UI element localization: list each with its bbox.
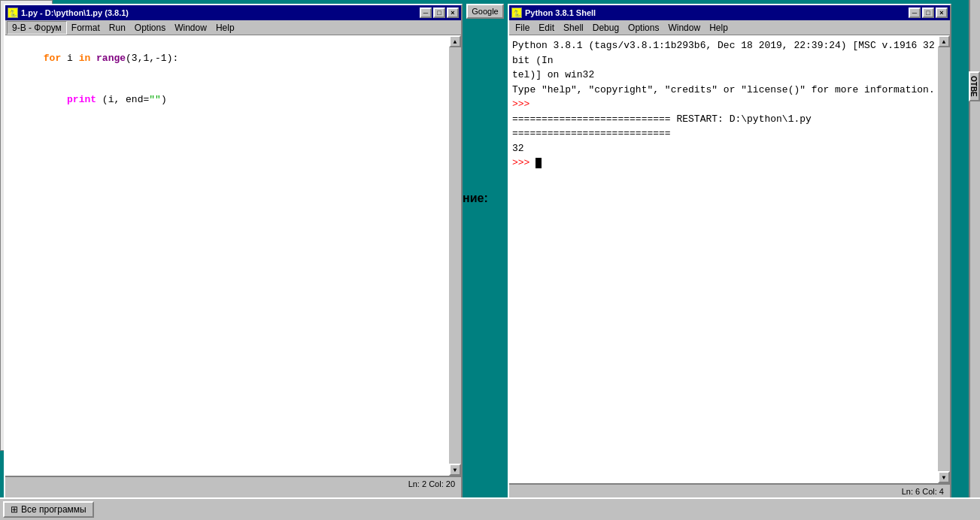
shell-menu-help[interactable]: Help bbox=[705, 21, 733, 35]
editor-statusbar: Ln: 2 Col: 20 bbox=[5, 476, 461, 491]
shell-content-area[interactable]: Python 3.8.1 (tags/v3.8.1:1b293b6, Dec 1… bbox=[509, 35, 950, 483]
shell-line-3: Type "help", "copyright", "credits" or "… bbox=[512, 83, 947, 98]
shell-title-text: 🐍 Python 3.8.1 Shell bbox=[511, 8, 596, 18]
range-args: (3,1,-1): bbox=[126, 53, 178, 64]
close-paren: ) bbox=[161, 94, 167, 105]
code-line-1: for i in range(3,1,-1): bbox=[8, 38, 458, 80]
var-i: i bbox=[67, 53, 79, 64]
keyword-print: print bbox=[67, 94, 102, 105]
shell-menu-options[interactable]: Options bbox=[623, 21, 663, 35]
shell-line-4: >>> bbox=[512, 97, 947, 112]
editor-menu-options[interactable]: Options bbox=[130, 21, 170, 35]
keyword-in: in bbox=[79, 53, 96, 64]
shell-menu-bar: File Edit Shell Debug Options Window Hel… bbox=[509, 20, 950, 35]
shell-scroll-down-btn[interactable]: ▼ bbox=[938, 471, 950, 483]
shell-title-bar: 🐍 Python 3.8.1 Shell ─ □ × bbox=[509, 5, 950, 20]
otvet-button[interactable]: ОТВЕ bbox=[969, 71, 980, 101]
shell-cursor bbox=[536, 158, 542, 168]
right-edge-panel: ОТВЕ bbox=[969, 0, 980, 520]
editor-title-text: 🐍 1.py - D:\python\1.py (3.8.1) bbox=[8, 8, 129, 18]
start-icon: ⊞ bbox=[11, 504, 18, 515]
editor-window-controls: ─ □ × bbox=[420, 8, 459, 18]
shell-prompt-2: >>> bbox=[512, 157, 536, 168]
shell-minimize-btn[interactable]: ─ bbox=[909, 8, 921, 18]
keyword-for: for bbox=[44, 53, 67, 64]
shell-line-1: Python 3.8.1 (tags/v3.8.1:1b293b6, Dec 1… bbox=[512, 38, 947, 68]
editor-menu-bar: 9-В - Форум Format Run Options Window He… bbox=[5, 20, 461, 35]
shell-line-2: tel)] on win32 bbox=[512, 68, 947, 83]
editor-maximize-btn[interactable]: □ bbox=[433, 8, 445, 18]
scroll-track[interactable] bbox=[449, 47, 461, 464]
shell-menu-edit[interactable]: Edit bbox=[534, 21, 559, 35]
shell-menu-shell[interactable]: Shell bbox=[559, 21, 588, 35]
google-tab[interactable]: Google bbox=[466, 4, 504, 19]
shell-window: 🐍 Python 3.8.1 Shell ─ □ × File Edit She… bbox=[508, 4, 951, 503]
idle-editor-window: 🐍 1.py - D:\python\1.py (3.8.1) ─ □ × 9-… bbox=[4, 4, 463, 500]
shell-statusbar: Ln: 6 Col: 4 bbox=[509, 483, 950, 498]
shell-menu-debug[interactable]: Debug bbox=[588, 21, 623, 35]
shell-menu-file[interactable]: File bbox=[511, 21, 534, 35]
print-args: (i, end= bbox=[102, 94, 149, 105]
editor-icon: 🐍 bbox=[8, 8, 18, 18]
editor-menu-window[interactable]: Window bbox=[170, 21, 211, 35]
background-text: ние: bbox=[463, 192, 488, 205]
editor-menu-format[interactable]: Format bbox=[67, 21, 105, 35]
shell-line-5: =========================== RESTART: D:\… bbox=[512, 112, 947, 141]
editor-minimize-btn[interactable]: ─ bbox=[420, 8, 432, 18]
func-range: range bbox=[96, 53, 126, 64]
shell-maximize-btn[interactable]: □ bbox=[922, 8, 934, 18]
editor-scrollbar[interactable]: ▲ ▼ bbox=[449, 35, 461, 476]
scroll-down-btn[interactable]: ▼ bbox=[449, 464, 461, 476]
shell-prompt-1: >>> bbox=[512, 98, 536, 110]
taskbar: ⊞ Все программы bbox=[0, 497, 980, 520]
editor-title-bar: 🐍 1.py - D:\python\1.py (3.8.1) ─ □ × bbox=[5, 5, 461, 20]
string-empty: "" bbox=[149, 94, 161, 105]
shell-line-7: >>> bbox=[512, 156, 947, 171]
shell-scrollbar[interactable]: ▲ ▼ bbox=[938, 35, 950, 483]
start-button[interactable]: ⊞ Все программы bbox=[3, 501, 94, 518]
shell-output-32: 32 bbox=[512, 141, 947, 156]
shell-window-controls: ─ □ × bbox=[909, 8, 948, 18]
shell-close-btn[interactable]: × bbox=[936, 8, 948, 18]
editor-menu-run[interactable]: Run bbox=[105, 21, 130, 35]
editor-close-btn[interactable]: × bbox=[447, 8, 459, 18]
editor-menu-forum[interactable]: 9-В - Форум bbox=[7, 21, 67, 35]
code-line-2: print (i, end="") bbox=[8, 80, 458, 121]
shell-menu-window[interactable]: Window bbox=[663, 21, 705, 35]
indent bbox=[44, 94, 67, 105]
shell-icon: 🐍 bbox=[511, 8, 522, 18]
shell-scroll-up-btn[interactable]: ▲ bbox=[938, 35, 950, 47]
editor-menu-help[interactable]: Help bbox=[211, 21, 239, 35]
shell-scroll-track[interactable] bbox=[938, 47, 950, 471]
scroll-up-btn[interactable]: ▲ bbox=[449, 35, 461, 47]
editor-content-area[interactable]: for i in range(3,1,-1): print (i, end=""… bbox=[5, 35, 461, 476]
